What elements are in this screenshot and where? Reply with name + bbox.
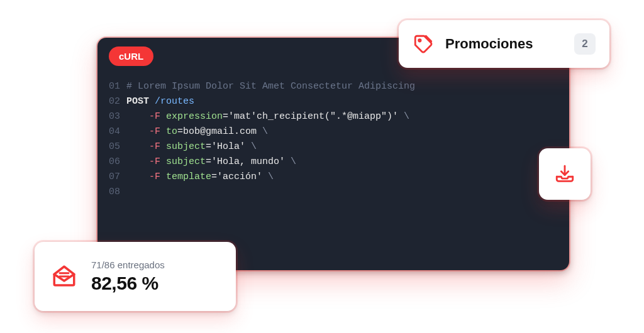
line-number: 04: [97, 124, 120, 139]
line-continuation: \: [245, 141, 257, 152]
promotions-count-badge: 2: [574, 33, 596, 55]
flag: -F: [149, 156, 160, 167]
line-number: 01: [97, 79, 120, 94]
param-key: subject: [166, 141, 206, 152]
param-key: template: [166, 172, 211, 182]
delivered-percent: 82,56 %: [91, 273, 165, 294]
http-path: /routes: [155, 96, 194, 107]
line-continuation: \: [257, 126, 268, 137]
line-continuation: \: [262, 172, 274, 182]
param-key: to: [166, 126, 177, 137]
line-continuation: \: [398, 111, 409, 122]
code-panel: cURL 01 02 03 04 05 06 07 08 # Lorem Ips…: [97, 38, 569, 270]
param-key: subject: [166, 156, 206, 167]
param-val: ='mat'ch_recipient(".*@miapp")': [223, 111, 398, 122]
param-val: =bob@gmail.com: [177, 126, 257, 137]
flag: -F: [149, 172, 160, 182]
line-number: 07: [97, 170, 120, 185]
line-number: 02: [97, 94, 120, 109]
delivered-text: 71/86 entregados 82,56 %: [91, 259, 165, 294]
delivered-card[interactable]: 71/86 entregados 82,56 %: [35, 242, 236, 311]
download-tray-icon: [554, 163, 575, 185]
http-method: POST: [126, 96, 149, 107]
delivered-subtitle: 71/86 entregados: [91, 259, 165, 270]
line-number: 03: [97, 109, 120, 124]
line-number: 05: [97, 139, 120, 155]
param-val: ='Hola': [206, 141, 245, 152]
flag: -F: [149, 126, 160, 137]
flag: -F: [149, 141, 160, 152]
code-body: 01 02 03 04 05 06 07 08 # Lorem Ipsum Do…: [97, 74, 569, 270]
param-key: expression: [166, 111, 223, 122]
promotions-label: Promociones: [445, 36, 563, 52]
param-val: ='acción': [211, 172, 262, 182]
svg-point-0: [419, 40, 421, 41]
param-val: ='Hola, mundo': [206, 156, 285, 167]
open-mail-icon: [51, 263, 77, 290]
download-card[interactable]: [539, 148, 591, 200]
line-number: 08: [97, 185, 120, 200]
language-pill[interactable]: cURL: [109, 46, 153, 66]
code-comment: # Lorem Ipsum Dolor Sit Amet Consectetur…: [126, 81, 415, 92]
tag-icon: [413, 33, 434, 55]
line-continuation: \: [285, 156, 296, 167]
line-number: 06: [97, 155, 120, 170]
promotions-card[interactable]: Promociones 2: [399, 20, 609, 68]
flag: -F: [149, 111, 160, 122]
